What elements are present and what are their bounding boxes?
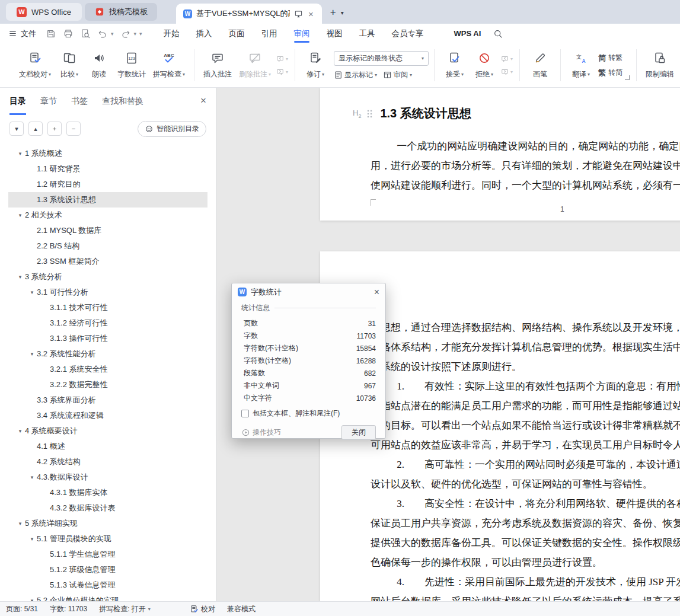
expand-arrow-icon[interactable]: ▾ — [15, 521, 25, 526]
checkbox-icon[interactable] — [241, 410, 249, 417]
tab-find-replace[interactable]: 查找和替换 — [102, 88, 143, 115]
next-comment-button[interactable]: ▾ — [276, 68, 288, 76]
reject-change-button[interactable]: 拒绝▾ — [470, 52, 499, 79]
outline-item[interactable]: ▾5 系统详细实现 — [8, 516, 207, 531]
compare-button[interactable]: 比较▾ — [55, 52, 84, 79]
wps-ai-button[interactable]: WPS AI — [440, 28, 481, 39]
tab-bookmark[interactable]: 书签 — [71, 88, 88, 115]
expand-arrow-icon[interactable]: ▾ — [15, 151, 25, 157]
outline-item[interactable]: 3.2.2 数据完整性 — [8, 377, 207, 392]
tab-outline[interactable]: 目录 — [9, 88, 26, 115]
outline-item[interactable]: ▾2 相关技术 — [8, 208, 207, 223]
restrict-editing-button[interactable]: 限制编辑 — [642, 52, 678, 79]
previous-change-button[interactable]: ▾ — [500, 55, 513, 63]
dialog-title-bar[interactable]: W 字数统计 × — [232, 283, 385, 301]
expand-arrow-icon[interactable]: ▾ — [27, 289, 37, 295]
outline-item[interactable]: 1.2 研究目的 — [8, 177, 207, 192]
insert-comment-button[interactable]: 插入批注 — [200, 52, 235, 79]
expand-arrow-icon[interactable]: ▾ — [15, 212, 25, 218]
next-change-button[interactable]: ▾ — [500, 68, 513, 76]
tab-chapter[interactable]: 章节 — [40, 88, 57, 115]
menu-item[interactable]: 插入 — [196, 24, 212, 43]
outline-item[interactable]: 2.3 SSM 框架简介 — [8, 254, 207, 269]
translate-button[interactable]: 翻译▾ — [566, 52, 596, 79]
menu-item[interactable]: 视图 — [327, 24, 343, 43]
print-preview-icon[interactable] — [80, 28, 91, 39]
outline-item[interactable]: 3.3 系统界面分析 — [8, 392, 207, 408]
outline-item[interactable]: 4.1 概述 — [8, 439, 207, 454]
close-tab-icon[interactable]: × — [307, 9, 315, 18]
page-indicator[interactable]: 页面: 5/31 — [6, 604, 38, 614]
menu-item[interactable]: 开始 — [164, 24, 180, 43]
dialog-launcher-icon[interactable] — [625, 75, 630, 80]
outline-item[interactable]: ▾3.1 可行性分析 — [8, 285, 207, 300]
outline-item[interactable]: 3.2.1 系统安全性 — [8, 362, 207, 377]
expand-arrow-icon[interactable]: ▾ — [15, 274, 25, 280]
menu-item[interactable]: 审阅 — [294, 24, 310, 43]
toolbar-more-icon[interactable]: ▾ — [139, 31, 142, 37]
menu-item[interactable]: 引用 — [261, 24, 277, 43]
menu-item[interactable]: 页面 — [229, 24, 245, 43]
outline-item[interactable]: ▾3 系统分析 — [8, 269, 207, 285]
word-count-indicator[interactable]: 字数: 11703 — [50, 604, 87, 614]
tips-link[interactable]: 操作技巧 — [241, 427, 281, 438]
drag-handle-icon[interactable] — [366, 109, 372, 119]
menu-item[interactable]: 工具 — [359, 24, 375, 43]
outline-item[interactable]: 4.3.2 数据库设计表 — [8, 500, 207, 516]
search-icon[interactable] — [493, 28, 503, 39]
expand-arrow-icon[interactable]: ▾ — [15, 428, 25, 434]
outline-item[interactable]: 3.1.2 经济可行性 — [8, 315, 207, 331]
close-panel-icon[interactable]: × — [200, 95, 206, 107]
expand-arrow-icon[interactable]: ▾ — [27, 536, 37, 542]
spell-check-indicator[interactable]: 拼写检查: 打开▾ — [99, 604, 151, 614]
collapse-all-button[interactable]: ▾ — [9, 122, 24, 136]
menu-item[interactable]: 会员专享 — [392, 24, 424, 43]
redo-icon[interactable] — [120, 28, 131, 39]
include-textbox-checkbox[interactable]: 包括文本框、脚注和尾注(F) — [241, 408, 376, 419]
undo-icon[interactable] — [97, 28, 108, 39]
new-tab-button[interactable]: + — [330, 7, 336, 17]
undo-caret-icon[interactable]: ▾ — [111, 31, 114, 37]
markup-state-select[interactable]: 显示标记的最终状态 ▾ — [334, 51, 429, 66]
outline-item[interactable]: 4.3.1 数据库实体 — [8, 485, 207, 500]
outline-item[interactable]: ▾1 系统概述 — [8, 146, 207, 161]
smart-catalog-button[interactable]: 智能识别目录 — [138, 121, 206, 137]
review-pane-button[interactable]: 审阅▾ — [383, 70, 412, 80]
expand-all-button[interactable]: ▴ — [28, 122, 43, 136]
outline-item[interactable]: 5.1.1 学生信息管理 — [8, 547, 207, 562]
template-tab[interactable]: 找稿壳模板 — [85, 3, 157, 21]
outline-item[interactable]: 2.2 B/S 结构 — [8, 238, 207, 254]
outline-item[interactable]: ▾3.2 系统性能分析 — [8, 346, 207, 362]
outline-item[interactable]: 3.4 系统流程和逻辑 — [8, 408, 207, 423]
document-permission-button[interactable]: 文档权限 — [678, 52, 680, 79]
read-aloud-button[interactable]: 朗读 — [84, 52, 114, 79]
proofread-indicator[interactable]: 校对 — [190, 604, 215, 614]
accept-change-button[interactable]: 接受▾ — [440, 52, 470, 79]
delete-comment-button[interactable]: 删除批注▾ — [235, 52, 274, 79]
save-icon[interactable] — [46, 28, 56, 39]
outline-item[interactable]: ▾5.2 企业单位模块的实现 — [8, 593, 207, 601]
outline-item[interactable]: 3.1.1 技术可行性 — [8, 300, 207, 315]
redo-caret-icon[interactable]: ▾ — [134, 31, 137, 37]
outline-item[interactable]: 4.2 系统结构 — [8, 454, 207, 470]
print-icon[interactable] — [63, 28, 74, 39]
document-tab[interactable]: W 基于VUE+SSM+MYSQL的高 × — [176, 4, 322, 24]
file-menu-button[interactable]: 文件 — [8, 28, 36, 39]
expand-arrow-icon[interactable]: ▾ — [27, 351, 37, 357]
outline-item[interactable]: ▾4.3.数据库设计 — [8, 470, 207, 485]
outline-item[interactable]: 5.1.2 班级信息管理 — [8, 562, 207, 577]
close-button[interactable]: 关闭 — [341, 425, 376, 440]
track-changes-button[interactable]: 修订▾ — [301, 52, 330, 79]
expand-level-button[interactable]: + — [47, 122, 62, 136]
wps-office-home-tab[interactable]: W WPS Office — [6, 3, 82, 21]
to-simplified-button[interactable]: 繁转简 — [598, 68, 622, 78]
outline-item[interactable]: 1.3 系统设计思想 — [8, 192, 207, 208]
ink-pen-button[interactable]: 画笔 — [525, 52, 555, 79]
dialog-close-icon[interactable]: × — [374, 287, 379, 298]
outline-item[interactable]: ▾5.1 管理员模块的实现 — [8, 531, 207, 547]
show-markup-button[interactable]: 显示标记▾ — [334, 70, 377, 80]
outline-item[interactable]: ▾4 系统概要设计 — [8, 423, 207, 439]
outline-item[interactable]: 1.1 研究背景 — [8, 161, 207, 177]
outline-item[interactable]: 3.1.3 操作可行性 — [8, 331, 207, 346]
expand-arrow-icon[interactable]: ▾ — [27, 474, 37, 480]
